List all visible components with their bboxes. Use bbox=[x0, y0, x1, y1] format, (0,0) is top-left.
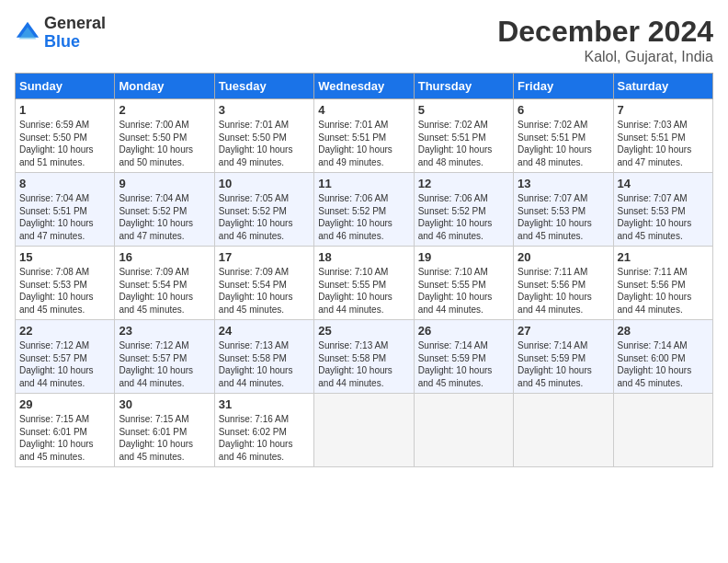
calendar-cell: 30Sunrise: 7:15 AM Sunset: 6:01 PM Dayli… bbox=[115, 394, 214, 467]
day-info: Sunrise: 7:09 AM Sunset: 5:54 PM Dayligh… bbox=[219, 266, 310, 316]
day-number: 29 bbox=[19, 397, 110, 411]
weekday-header: Friday bbox=[514, 74, 613, 99]
calendar-cell: 16Sunrise: 7:09 AM Sunset: 5:54 PM Dayli… bbox=[115, 247, 214, 320]
page-header: General Blue December 2024 Kalol, Gujara… bbox=[15, 15, 713, 65]
day-info: Sunrise: 7:15 AM Sunset: 6:01 PM Dayligh… bbox=[119, 413, 210, 463]
calendar-cell: 15Sunrise: 7:08 AM Sunset: 5:53 PM Dayli… bbox=[16, 247, 115, 320]
day-info: Sunrise: 7:05 AM Sunset: 5:52 PM Dayligh… bbox=[219, 192, 310, 242]
day-number: 9 bbox=[119, 177, 210, 190]
logo-blue: Blue bbox=[44, 32, 80, 51]
day-number: 11 bbox=[318, 177, 409, 190]
day-info: Sunrise: 7:11 AM Sunset: 5:56 PM Dayligh… bbox=[518, 266, 609, 316]
calendar-cell: 4Sunrise: 7:01 AM Sunset: 5:51 PM Daylig… bbox=[314, 99, 414, 173]
calendar-cell: 29Sunrise: 7:15 AM Sunset: 6:01 PM Dayli… bbox=[16, 394, 115, 467]
day-number: 31 bbox=[219, 397, 310, 411]
calendar-cell: 6Sunrise: 7:02 AM Sunset: 5:51 PM Daylig… bbox=[514, 99, 613, 173]
calendar-cell bbox=[514, 394, 613, 467]
logo: General Blue bbox=[15, 15, 106, 52]
calendar-cell: 20Sunrise: 7:11 AM Sunset: 5:56 PM Dayli… bbox=[514, 247, 613, 320]
day-info: Sunrise: 7:08 AM Sunset: 5:53 PM Dayligh… bbox=[19, 266, 110, 316]
day-info: Sunrise: 7:09 AM Sunset: 5:54 PM Dayligh… bbox=[119, 266, 210, 316]
calendar-cell: 21Sunrise: 7:11 AM Sunset: 5:56 PM Dayli… bbox=[613, 247, 712, 320]
calendar-cell: 19Sunrise: 7:10 AM Sunset: 5:55 PM Dayli… bbox=[414, 247, 513, 320]
day-number: 30 bbox=[119, 397, 210, 411]
day-number: 2 bbox=[119, 103, 210, 117]
day-info: Sunrise: 7:13 AM Sunset: 5:58 PM Dayligh… bbox=[318, 339, 409, 389]
day-info: Sunrise: 7:15 AM Sunset: 6:01 PM Dayligh… bbox=[19, 413, 110, 463]
day-info: Sunrise: 7:07 AM Sunset: 5:53 PM Dayligh… bbox=[618, 192, 709, 242]
calendar-cell: 27Sunrise: 7:14 AM Sunset: 5:59 PM Dayli… bbox=[514, 320, 613, 394]
day-info: Sunrise: 6:59 AM Sunset: 5:50 PM Dayligh… bbox=[19, 119, 110, 168]
day-info: Sunrise: 7:16 AM Sunset: 6:02 PM Dayligh… bbox=[219, 413, 310, 463]
calendar-cell: 26Sunrise: 7:14 AM Sunset: 5:59 PM Dayli… bbox=[414, 320, 513, 394]
calendar-cell: 18Sunrise: 7:10 AM Sunset: 5:55 PM Dayli… bbox=[314, 247, 414, 320]
day-info: Sunrise: 7:14 AM Sunset: 5:59 PM Dayligh… bbox=[518, 339, 609, 389]
calendar-cell: 3Sunrise: 7:01 AM Sunset: 5:50 PM Daylig… bbox=[214, 99, 313, 173]
calendar-cell: 10Sunrise: 7:05 AM Sunset: 5:52 PM Dayli… bbox=[214, 173, 313, 247]
day-info: Sunrise: 7:12 AM Sunset: 5:57 PM Dayligh… bbox=[119, 339, 210, 389]
calendar-cell: 2Sunrise: 7:00 AM Sunset: 5:50 PM Daylig… bbox=[115, 99, 214, 173]
day-info: Sunrise: 7:07 AM Sunset: 5:53 PM Dayligh… bbox=[518, 192, 609, 242]
day-number: 24 bbox=[219, 324, 310, 338]
day-number: 22 bbox=[19, 324, 110, 338]
day-number: 18 bbox=[318, 250, 409, 264]
day-number: 19 bbox=[418, 250, 509, 264]
day-info: Sunrise: 7:06 AM Sunset: 5:52 PM Dayligh… bbox=[318, 192, 409, 242]
day-info: Sunrise: 7:14 AM Sunset: 6:00 PM Dayligh… bbox=[618, 339, 709, 389]
day-number: 17 bbox=[219, 250, 310, 264]
day-info: Sunrise: 7:10 AM Sunset: 5:55 PM Dayligh… bbox=[418, 266, 509, 316]
weekday-header: Monday bbox=[115, 74, 214, 99]
calendar-cell: 1Sunrise: 6:59 AM Sunset: 5:50 PM Daylig… bbox=[16, 99, 115, 173]
day-number: 21 bbox=[618, 250, 709, 264]
day-info: Sunrise: 7:06 AM Sunset: 5:52 PM Dayligh… bbox=[418, 192, 509, 242]
day-number: 14 bbox=[618, 177, 709, 190]
calendar-cell bbox=[414, 394, 513, 467]
day-info: Sunrise: 7:02 AM Sunset: 5:51 PM Dayligh… bbox=[418, 119, 509, 168]
weekday-header: Thursday bbox=[414, 74, 513, 99]
calendar-cell: 9Sunrise: 7:04 AM Sunset: 5:52 PM Daylig… bbox=[115, 173, 214, 247]
day-info: Sunrise: 7:10 AM Sunset: 5:55 PM Dayligh… bbox=[318, 266, 409, 316]
day-number: 10 bbox=[219, 177, 310, 190]
calendar-cell: 8Sunrise: 7:04 AM Sunset: 5:51 PM Daylig… bbox=[16, 173, 115, 247]
day-number: 1 bbox=[19, 103, 110, 117]
day-info: Sunrise: 7:03 AM Sunset: 5:51 PM Dayligh… bbox=[618, 119, 709, 168]
calendar-cell: 23Sunrise: 7:12 AM Sunset: 5:57 PM Dayli… bbox=[115, 320, 214, 394]
weekday-header: Wednesday bbox=[314, 74, 414, 99]
weekday-header: Saturday bbox=[613, 74, 712, 99]
day-number: 12 bbox=[418, 177, 509, 190]
day-number: 3 bbox=[219, 103, 310, 117]
weekday-header: Tuesday bbox=[214, 74, 313, 99]
calendar-cell: 22Sunrise: 7:12 AM Sunset: 5:57 PM Dayli… bbox=[16, 320, 115, 394]
day-info: Sunrise: 7:01 AM Sunset: 5:50 PM Dayligh… bbox=[219, 119, 310, 168]
calendar-cell: 17Sunrise: 7:09 AM Sunset: 5:54 PM Dayli… bbox=[214, 247, 313, 320]
day-number: 25 bbox=[318, 324, 409, 338]
calendar-cell: 5Sunrise: 7:02 AM Sunset: 5:51 PM Daylig… bbox=[414, 99, 513, 173]
day-number: 5 bbox=[418, 103, 509, 117]
calendar-cell: 31Sunrise: 7:16 AM Sunset: 6:02 PM Dayli… bbox=[214, 394, 313, 467]
day-number: 15 bbox=[19, 250, 110, 264]
day-number: 27 bbox=[518, 324, 609, 338]
day-info: Sunrise: 7:11 AM Sunset: 5:56 PM Dayligh… bbox=[618, 266, 709, 316]
calendar-cell: 13Sunrise: 7:07 AM Sunset: 5:53 PM Dayli… bbox=[514, 173, 613, 247]
calendar-cell: 28Sunrise: 7:14 AM Sunset: 6:00 PM Dayli… bbox=[613, 320, 712, 394]
day-info: Sunrise: 7:02 AM Sunset: 5:51 PM Dayligh… bbox=[518, 119, 609, 168]
day-info: Sunrise: 7:14 AM Sunset: 5:59 PM Dayligh… bbox=[418, 339, 509, 389]
day-info: Sunrise: 7:04 AM Sunset: 5:52 PM Dayligh… bbox=[119, 192, 210, 242]
logo-general: General bbox=[44, 14, 106, 32]
day-info: Sunrise: 7:01 AM Sunset: 5:51 PM Dayligh… bbox=[318, 119, 409, 168]
day-number: 16 bbox=[119, 250, 210, 264]
day-info: Sunrise: 7:00 AM Sunset: 5:50 PM Dayligh… bbox=[119, 119, 210, 168]
day-number: 23 bbox=[119, 324, 210, 338]
day-number: 6 bbox=[518, 103, 609, 117]
day-number: 7 bbox=[618, 103, 709, 117]
day-info: Sunrise: 7:13 AM Sunset: 5:58 PM Dayligh… bbox=[219, 339, 310, 389]
day-number: 28 bbox=[618, 324, 709, 338]
calendar-cell bbox=[314, 394, 414, 467]
calendar-cell: 25Sunrise: 7:13 AM Sunset: 5:58 PM Dayli… bbox=[314, 320, 414, 394]
location-title: Kalol, Gujarat, India bbox=[497, 49, 713, 65]
day-info: Sunrise: 7:04 AM Sunset: 5:51 PM Dayligh… bbox=[19, 192, 110, 242]
calendar-cell: 14Sunrise: 7:07 AM Sunset: 5:53 PM Dayli… bbox=[613, 173, 712, 247]
month-title: December 2024 bbox=[497, 15, 713, 49]
title-area: December 2024 Kalol, Gujarat, India bbox=[497, 15, 713, 65]
day-number: 13 bbox=[518, 177, 609, 190]
